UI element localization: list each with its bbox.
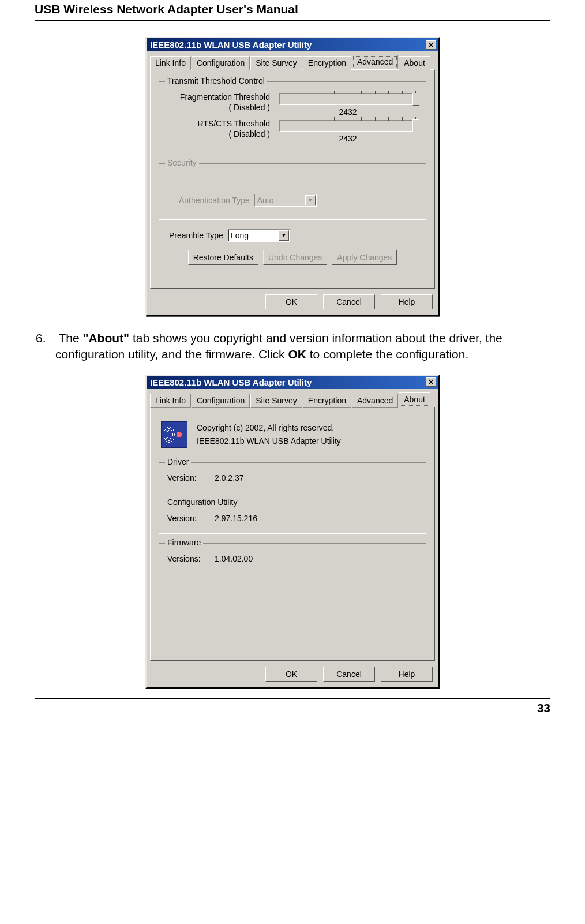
titlebar: IEEE802.11b WLAN USB Adapter Utility ✕ [147,38,438,51]
slider-thumb-icon[interactable] [412,93,419,106]
instr-text: The [58,331,82,345]
footer-rule [35,698,550,699]
step-number: 6. [36,330,55,346]
tab-encryption[interactable]: Encryption [303,56,351,70]
tab-configuration[interactable]: Configuration [192,394,250,408]
advanced-panel: Transmit Threshold Control Fragmentation… [150,69,435,289]
instr-bold-ok: OK [288,347,306,361]
firmware-version-value: 1.04.02.00 [215,554,253,563]
rts-threshold-label: RTS/CTS Threshold ( Disabled ) [167,119,270,139]
tab-advanced[interactable]: Advanced [352,394,398,408]
driver-version-label: Version: [167,473,208,482]
close-icon[interactable]: ✕ [426,377,436,387]
apply-changes-button: Apply Changes [332,250,397,265]
config-util-version-label: Version: [167,514,208,523]
frag-threshold-label: Fragmentation Threshold ( Disabled ) [167,92,270,113]
group-driver-legend: Driver [165,457,191,466]
doc-header-title: USB Wireless Network Adapter User's Manu… [35,0,550,17]
product-text: IEEE802.11b WLAN USB Adapter Utility [197,435,341,448]
undo-changes-button: Undo Changes [263,250,327,265]
instr-text: to complete the configuration. [306,347,468,361]
tab-advanced[interactable]: Advanced [352,55,398,69]
auth-type-value: Auto [255,196,305,205]
tab-configuration[interactable]: Configuration [192,56,250,70]
driver-version-value: 2.0.2.37 [215,473,244,482]
restore-defaults-button[interactable]: Restore Defaults [188,250,258,265]
cancel-button[interactable]: Cancel [323,294,375,309]
group-firmware-legend: Firmware [165,538,203,547]
tabstrip: Link Info Configuration Site Survey Encr… [147,389,438,407]
firmware-version-label: Versions: [167,554,208,563]
preamble-type-combo[interactable]: Long ▼ [228,229,290,242]
about-panel: Copyright (c) 2002, All rights reserved.… [150,407,435,661]
help-button[interactable]: Help [381,294,433,309]
group-config-utility: Configuration Utility Version: 2.97.15.2… [159,503,426,534]
window-title: IEEE802.11b WLAN USB Adapter Utility [150,40,312,50]
group-driver: Driver Version: 2.0.2.37 [159,462,426,493]
chevron-down-icon: ▼ [305,195,316,205]
auth-type-combo: Auto ▼ [254,194,317,207]
group-security: Security Authentication Type Auto ▼ [159,163,426,220]
ok-button[interactable]: OK [265,294,317,309]
titlebar: IEEE802.11b WLAN USB Adapter Utility ✕ [147,376,438,389]
about-text: Copyright (c) 2002, All rights reserved.… [197,421,341,449]
help-button[interactable]: Help [381,667,433,682]
config-util-version-value: 2.97.15.216 [215,514,257,523]
window-title: IEEE802.11b WLAN USB Adapter Utility [150,377,312,387]
header-rule [35,20,550,21]
advanced-dialog: IEEE802.11b WLAN USB Adapter Utility ✕ L… [145,37,440,316]
tab-site-survey[interactable]: Site Survey [250,394,302,408]
page-number: 33 [35,701,550,721]
copyright-text: Copyright (c) 2002, All rights reserved. [197,421,341,435]
frag-threshold-slider[interactable] [279,93,417,105]
tabstrip: Link Info Configuration Site Survey Encr… [147,51,438,69]
group-firmware: Firmware Versions: 1.04.02.00 [159,543,426,574]
tab-link-info[interactable]: Link Info [150,394,191,408]
tab-about[interactable]: About [399,56,430,70]
auth-type-label: Authentication Type [179,196,250,205]
tab-site-survey[interactable]: Site Survey [250,56,302,70]
slider-thumb-icon[interactable] [412,119,419,132]
chevron-down-icon[interactable]: ▼ [279,230,289,241]
preamble-type-value: Long [228,231,278,240]
group-transmit-legend: Transmit Threshold Control [165,76,267,85]
wireless-icon [161,421,187,448]
group-security-legend: Security [165,158,199,167]
frag-threshold-value: 2432 [276,107,420,117]
about-dialog: IEEE802.11b WLAN USB Adapter Utility ✕ L… [145,375,440,689]
cancel-button[interactable]: Cancel [323,667,375,682]
instr-bold-about: "About" [83,331,130,345]
group-config-utility-legend: Configuration Utility [165,497,239,507]
preamble-type-label: Preamble Type [169,231,223,240]
tab-about[interactable]: About [399,392,430,407]
ok-button[interactable]: OK [265,667,317,682]
close-icon[interactable]: ✕ [426,40,436,50]
tab-link-info[interactable]: Link Info [150,56,191,70]
tab-encryption[interactable]: Encryption [303,394,351,408]
instruction-step-6: 6. The "About" tab shows you copyright a… [35,330,550,363]
group-transmit-threshold: Transmit Threshold Control Fragmentation… [159,81,426,154]
rts-threshold-value: 2432 [276,134,420,143]
rts-threshold-slider[interactable] [279,120,417,132]
